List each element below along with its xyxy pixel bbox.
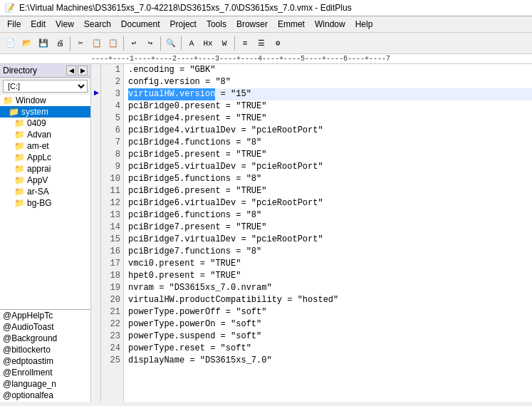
hex-button[interactable]: Hx <box>200 36 216 51</box>
toolbar-separator <box>123 36 124 51</box>
line-number: 20 <box>104 294 120 306</box>
line-number: 7 <box>104 137 120 149</box>
line-number: 19 <box>104 282 120 294</box>
folder-icon: 📁 <box>14 152 25 162</box>
tree-item[interactable]: 📁bg-BG <box>0 197 90 209</box>
code-line: pciBridge7.virtualDev = "pcieRootPort" <box>128 234 532 246</box>
tree-item-label: Advan <box>27 130 51 140</box>
drive-select[interactable]: [C:] <box>3 80 88 93</box>
code-line: pciBridge6.virtualDev = "pcieRootPort" <box>128 197 532 209</box>
code-line: pciBridge4.virtualDev = "pcieRootPort" <box>128 125 532 137</box>
tree-item-label: system <box>21 107 48 117</box>
line-number: 15 <box>104 234 120 246</box>
tree-item[interactable]: 📁Window <box>0 95 90 106</box>
tree-item[interactable]: 📁apprai <box>0 163 90 175</box>
symbol-item[interactable]: @AudioToast <box>0 321 90 333</box>
menu-item-file[interactable]: File <box>3 18 25 31</box>
print-button[interactable]: 🖨 <box>52 36 68 51</box>
folder-icon: 📁 <box>3 95 14 105</box>
sidebar-back-button[interactable]: ◀ <box>66 66 76 76</box>
code-line: nvram = "DS3615xs_7.0.nvram" <box>128 282 532 294</box>
ruler-text: ----+----1----+----2----+----3----+----4… <box>91 55 390 63</box>
symbol-item[interactable]: @bitlockerto <box>0 344 90 355</box>
menu-item-view[interactable]: View <box>51 18 78 31</box>
tree-item-label: 0409 <box>27 118 46 128</box>
symbol-item[interactable]: @VzzToastls <box>0 401 90 402</box>
menu-item-help[interactable]: Help <box>351 18 377 31</box>
menu-item-document[interactable]: Document <box>117 18 165 31</box>
gutter: ► <box>91 64 101 402</box>
redo-button[interactable]: ↪ <box>142 36 158 51</box>
menu-item-browser[interactable]: Browser <box>232 18 272 31</box>
settings-button[interactable]: ⚙ <box>270 36 286 51</box>
tree-item-label: apprai <box>27 164 51 174</box>
code-line: pciBridge5.present = "TRUE" <box>128 149 532 161</box>
toolbar-separator <box>234 36 235 51</box>
font-A-button[interactable]: A <box>184 36 199 51</box>
code-line: powerType.reset = "soft" <box>128 343 532 355</box>
symbol-item[interactable]: @Background <box>0 333 90 344</box>
tree-item[interactable]: 📁AppLc <box>0 152 90 163</box>
menu-item-project[interactable]: Project <box>166 18 201 31</box>
line-number: 10 <box>104 173 120 185</box>
search-button[interactable]: 🔍 <box>163 36 179 51</box>
code-line: powerType.suspend = "soft" <box>128 330 532 343</box>
menu-item-emmet[interactable]: Emmet <box>273 18 309 31</box>
folder-icon: 📁 <box>14 175 25 185</box>
undo-button[interactable]: ↩ <box>126 36 142 51</box>
menu-item-edit[interactable]: Edit <box>26 18 50 31</box>
code-line: pciBridge0.present = "TRUE" <box>128 100 532 113</box>
paste-button[interactable]: 📋 <box>105 36 121 51</box>
line-number: 17 <box>104 258 120 270</box>
open-file-button[interactable]: 📂 <box>19 36 35 51</box>
line-number: 23 <box>104 330 120 343</box>
tree-item[interactable]: 📁system <box>0 106 90 118</box>
tree-item-label: bg-BG <box>27 198 52 208</box>
tree-item-label: AppV <box>27 175 48 185</box>
line-number: 3 <box>104 88 120 100</box>
cut-button[interactable]: ✂ <box>73 36 88 51</box>
code-content[interactable]: .encoding = "GBK"config.version = "8"vir… <box>124 64 532 402</box>
code-snippet-button[interactable]: ☰ <box>254 36 269 51</box>
line-number: 22 <box>104 318 120 330</box>
symbol-item[interactable]: @AppHelpTc <box>0 310 90 321</box>
tree-item[interactable]: 📁AppV <box>0 175 90 186</box>
new-file-button[interactable]: 📄 <box>3 36 19 51</box>
symbol-item[interactable]: @edptoastim <box>0 355 90 367</box>
sidebar: Directory ◀ ▶ [C:] 📁Window📁system📁0409📁A… <box>0 64 91 402</box>
menu-item-search[interactable]: Search <box>80 18 115 31</box>
code-line: pciBridge5.virtualDev = "pcieRootPort" <box>128 161 532 173</box>
sidebar-forward-button[interactable]: ▶ <box>78 66 88 76</box>
toolbar-separator <box>181 36 182 51</box>
line-number: 18 <box>104 270 120 282</box>
line-number: 16 <box>104 246 120 258</box>
align-button[interactable]: ≡ <box>237 36 253 51</box>
code-line: pciBridge4.functions = "8" <box>128 137 532 149</box>
symbol-item[interactable]: @Enrollment <box>0 367 90 378</box>
tree-item[interactable]: 📁ar-SA <box>0 186 90 197</box>
line-number: 8 <box>104 149 120 161</box>
word-button[interactable]: W <box>217 36 232 51</box>
tree-item[interactable]: 📁0409 <box>0 118 90 129</box>
directory-label: Directory <box>3 66 65 76</box>
code-line: pciBridge7.present = "TRUE" <box>128 222 532 234</box>
code-line: vmci0.present = "TRUE" <box>128 258 532 270</box>
tree-item[interactable]: 📁Advan <box>0 129 90 140</box>
menu-item-window[interactable]: Window <box>311 18 350 31</box>
folder-icon: 📁 <box>9 107 19 117</box>
folder-icon: 📁 <box>14 130 25 140</box>
menu-item-tools[interactable]: Tools <box>202 18 231 31</box>
symbol-item[interactable]: @optionalfea <box>0 390 90 401</box>
save-file-button[interactable]: 💾 <box>36 36 51 51</box>
code-line: pciBridge6.functions = "8" <box>128 209 532 222</box>
ruler: ----+----1----+----2----+----3----+----4… <box>0 54 532 64</box>
symbol-list: @AppHelpTc@AudioToast@Background@bitlock… <box>0 309 90 402</box>
selected-text: virtualHW.version <box>128 88 215 100</box>
symbol-item[interactable]: @language_n <box>0 378 90 390</box>
folder-icon: 📁 <box>14 198 25 208</box>
copy-button[interactable]: 📋 <box>89 36 105 51</box>
tree-item[interactable]: 📁am-et <box>0 140 90 152</box>
app-icon: 📝 <box>4 3 15 13</box>
editor[interactable]: ► 12345678910111213141516171819202122232… <box>91 64 532 402</box>
tree-item-label: Window <box>16 95 46 105</box>
